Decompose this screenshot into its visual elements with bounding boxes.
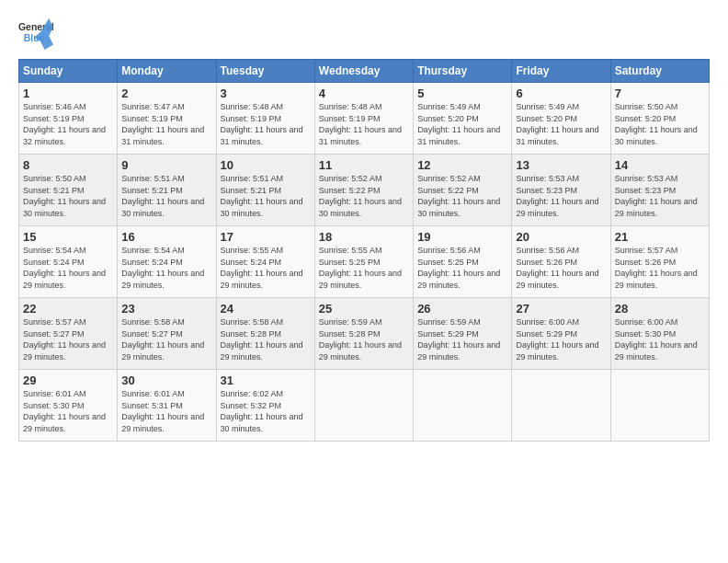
- day-number: 11: [319, 158, 409, 172]
- calendar-cell: 5Sunrise: 5:49 AMSunset: 5:20 PMDaylight…: [414, 83, 512, 155]
- day-info: Sunrise: 5:58 AMSunset: 5:28 PMDaylight:…: [221, 316, 311, 362]
- day-number: 4: [319, 86, 409, 100]
- day-number: 25: [319, 302, 409, 316]
- day-number: 22: [23, 302, 113, 316]
- day-number: 1: [23, 86, 113, 100]
- day-number: 7: [615, 86, 705, 100]
- day-info: Sunrise: 6:00 AMSunset: 5:30 PMDaylight:…: [615, 316, 705, 362]
- week-row-1: 1Sunrise: 5:46 AMSunset: 5:19 PMDaylight…: [19, 83, 710, 155]
- day-info: Sunrise: 5:54 AMSunset: 5:24 PMDaylight:…: [121, 245, 211, 291]
- calendar-cell: 14Sunrise: 5:53 AMSunset: 5:23 PMDayligh…: [610, 155, 709, 226]
- day-number: 18: [319, 230, 409, 244]
- day-number: 23: [121, 302, 211, 316]
- day-info: Sunrise: 5:52 AMSunset: 5:22 PMDaylight:…: [319, 173, 409, 219]
- day-number: 19: [417, 230, 507, 244]
- calendar-cell: 25Sunrise: 5:59 AMSunset: 5:28 PMDayligh…: [314, 298, 413, 370]
- calendar-cell: 6Sunrise: 5:49 AMSunset: 5:20 PMDaylight…: [512, 83, 610, 155]
- day-info: Sunrise: 5:57 AMSunset: 5:26 PMDaylight:…: [615, 245, 705, 291]
- day-info: Sunrise: 5:59 AMSunset: 5:28 PMDaylight:…: [319, 316, 409, 362]
- day-info: Sunrise: 6:01 AMSunset: 5:31 PMDaylight:…: [121, 388, 211, 434]
- day-info: Sunrise: 5:48 AMSunset: 5:19 PMDaylight:…: [221, 101, 311, 147]
- calendar-cell: 8Sunrise: 5:50 AMSunset: 5:21 PMDaylight…: [19, 155, 118, 226]
- calendar-cell: [512, 370, 610, 442]
- day-number: 6: [516, 86, 606, 100]
- calendar-cell: 2Sunrise: 5:47 AMSunset: 5:19 PMDaylight…: [118, 83, 216, 155]
- header-monday: Monday: [118, 60, 216, 83]
- week-row-5: 29Sunrise: 6:01 AMSunset: 5:30 PMDayligh…: [19, 370, 710, 442]
- logo-icon: General Blue: [18, 17, 53, 52]
- calendar-cell: 26Sunrise: 5:59 AMSunset: 5:29 PMDayligh…: [414, 298, 512, 370]
- day-info: Sunrise: 5:54 AMSunset: 5:24 PMDaylight:…: [23, 245, 113, 291]
- calendar-cell: 15Sunrise: 5:54 AMSunset: 5:24 PMDayligh…: [19, 226, 118, 298]
- calendar-cell: 17Sunrise: 5:55 AMSunset: 5:24 PMDayligh…: [216, 226, 314, 298]
- calendar-cell: 16Sunrise: 5:54 AMSunset: 5:24 PMDayligh…: [118, 226, 216, 298]
- calendar-cell: 4Sunrise: 5:48 AMSunset: 5:19 PMDaylight…: [314, 83, 413, 155]
- day-info: Sunrise: 5:51 AMSunset: 5:21 PMDaylight:…: [221, 173, 311, 219]
- day-number: 14: [615, 158, 705, 172]
- day-number: 24: [221, 302, 311, 316]
- day-number: 9: [121, 158, 211, 172]
- calendar-cell: 19Sunrise: 5:56 AMSunset: 5:25 PMDayligh…: [414, 226, 512, 298]
- calendar-cell: 28Sunrise: 6:00 AMSunset: 5:30 PMDayligh…: [610, 298, 709, 370]
- week-row-4: 22Sunrise: 5:57 AMSunset: 5:27 PMDayligh…: [19, 298, 710, 370]
- day-info: Sunrise: 5:50 AMSunset: 5:21 PMDaylight:…: [23, 173, 113, 219]
- day-number: 15: [23, 230, 113, 244]
- day-number: 13: [516, 158, 606, 172]
- calendar-cell: 12Sunrise: 5:52 AMSunset: 5:22 PMDayligh…: [414, 155, 512, 226]
- day-number: 5: [417, 86, 507, 100]
- day-info: Sunrise: 5:49 AMSunset: 5:20 PMDaylight:…: [516, 101, 606, 147]
- day-info: Sunrise: 5:59 AMSunset: 5:29 PMDaylight:…: [417, 316, 507, 362]
- day-info: Sunrise: 5:48 AMSunset: 5:19 PMDaylight:…: [319, 101, 409, 147]
- logo: General Blue: [18, 17, 53, 52]
- header-friday: Friday: [512, 60, 610, 83]
- day-number: 3: [221, 86, 311, 100]
- calendar-cell: [314, 370, 413, 442]
- day-info: Sunrise: 6:02 AMSunset: 5:32 PMDaylight:…: [221, 388, 311, 434]
- calendar-cell: 9Sunrise: 5:51 AMSunset: 5:21 PMDaylight…: [118, 155, 216, 226]
- calendar-cell: 3Sunrise: 5:48 AMSunset: 5:19 PMDaylight…: [216, 83, 314, 155]
- day-number: 28: [615, 302, 705, 316]
- day-number: 31: [221, 373, 311, 387]
- header-sunday: Sunday: [19, 60, 118, 83]
- day-number: 27: [516, 302, 606, 316]
- day-info: Sunrise: 6:00 AMSunset: 5:29 PMDaylight:…: [516, 316, 606, 362]
- calendar-cell: 10Sunrise: 5:51 AMSunset: 5:21 PMDayligh…: [216, 155, 314, 226]
- header-saturday: Saturday: [610, 60, 709, 83]
- day-info: Sunrise: 5:57 AMSunset: 5:27 PMDaylight:…: [23, 316, 113, 362]
- day-info: Sunrise: 5:49 AMSunset: 5:20 PMDaylight:…: [417, 101, 507, 147]
- page: General Blue SundayMondayTuesdayWednesda…: [0, 0, 728, 451]
- calendar-cell: 24Sunrise: 5:58 AMSunset: 5:28 PMDayligh…: [216, 298, 314, 370]
- day-number: 30: [121, 373, 211, 387]
- day-number: 17: [221, 230, 311, 244]
- header-tuesday: Tuesday: [216, 60, 314, 83]
- calendar-cell: 7Sunrise: 5:50 AMSunset: 5:20 PMDaylight…: [610, 83, 709, 155]
- calendar-cell: 31Sunrise: 6:02 AMSunset: 5:32 PMDayligh…: [216, 370, 314, 442]
- day-info: Sunrise: 5:53 AMSunset: 5:23 PMDaylight:…: [615, 173, 705, 219]
- week-row-2: 8Sunrise: 5:50 AMSunset: 5:21 PMDaylight…: [19, 155, 710, 226]
- day-number: 10: [221, 158, 311, 172]
- calendar-cell: 23Sunrise: 5:58 AMSunset: 5:27 PMDayligh…: [118, 298, 216, 370]
- header-thursday: Thursday: [414, 60, 512, 83]
- header-wednesday: Wednesday: [314, 60, 413, 83]
- day-number: 16: [121, 230, 211, 244]
- day-number: 12: [417, 158, 507, 172]
- week-row-3: 15Sunrise: 5:54 AMSunset: 5:24 PMDayligh…: [19, 226, 710, 298]
- calendar-cell: 30Sunrise: 6:01 AMSunset: 5:31 PMDayligh…: [118, 370, 216, 442]
- calendar-table: SundayMondayTuesdayWednesdayThursdayFrid…: [18, 59, 710, 442]
- calendar-cell: 21Sunrise: 5:57 AMSunset: 5:26 PMDayligh…: [610, 226, 709, 298]
- day-number: 8: [23, 158, 113, 172]
- day-number: 2: [121, 86, 211, 100]
- calendar-cell: 22Sunrise: 5:57 AMSunset: 5:27 PMDayligh…: [19, 298, 118, 370]
- calendar-cell: 13Sunrise: 5:53 AMSunset: 5:23 PMDayligh…: [512, 155, 610, 226]
- header: General Blue: [18, 17, 710, 52]
- calendar-cell: [610, 370, 709, 442]
- day-number: 26: [417, 302, 507, 316]
- day-info: Sunrise: 5:50 AMSunset: 5:20 PMDaylight:…: [615, 101, 705, 147]
- calendar-cell: 29Sunrise: 6:01 AMSunset: 5:30 PMDayligh…: [19, 370, 118, 442]
- day-info: Sunrise: 5:52 AMSunset: 5:22 PMDaylight:…: [417, 173, 507, 219]
- day-number: 29: [23, 373, 113, 387]
- calendar-cell: 11Sunrise: 5:52 AMSunset: 5:22 PMDayligh…: [314, 155, 413, 226]
- day-info: Sunrise: 5:58 AMSunset: 5:27 PMDaylight:…: [121, 316, 211, 362]
- day-info: Sunrise: 5:55 AMSunset: 5:25 PMDaylight:…: [319, 245, 409, 291]
- calendar-header-row: SundayMondayTuesdayWednesdayThursdayFrid…: [19, 60, 710, 83]
